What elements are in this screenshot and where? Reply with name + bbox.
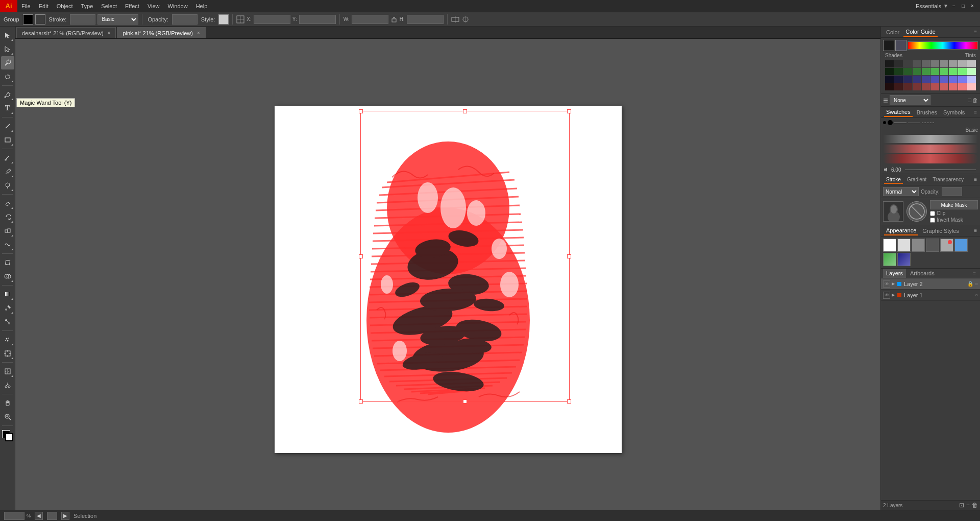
selection-tool[interactable] — [1, 29, 14, 42]
layer-1-visibility[interactable]: 👁 — [883, 292, 890, 299]
scissors-tool[interactable] — [1, 378, 14, 392]
menu-object[interactable]: Object — [53, 0, 77, 12]
menu-view[interactable]: View — [143, 0, 164, 12]
slice-tool[interactable] — [1, 365, 14, 378]
brush-stroke-3[interactable] — [883, 154, 978, 163]
symbol-sprayer-tool[interactable] — [1, 333, 14, 346]
stroke-swatch[interactable] — [5, 433, 13, 441]
gradient-tab[interactable]: Gradient — [905, 176, 928, 184]
color-cell[interactable] — [922, 76, 930, 83]
brush-stroke-1[interactable] — [883, 135, 978, 143]
color-cell[interactable] — [894, 68, 903, 75]
color-cell[interactable] — [913, 60, 921, 67]
color-cell[interactable] — [930, 60, 939, 67]
color-cell[interactable] — [903, 68, 912, 75]
symbols-tab[interactable]: Symbols — [941, 108, 967, 116]
delete-layer-icon[interactable]: 🗑 — [972, 502, 978, 509]
warp-tool[interactable] — [1, 238, 14, 251]
layers-tab[interactable]: Layers — [883, 269, 906, 278]
clip-checkbox[interactable] — [930, 211, 935, 216]
style-swatch-mid[interactable] — [940, 239, 953, 252]
menu-file[interactable]: File — [17, 0, 35, 12]
color-cell[interactable] — [894, 76, 903, 83]
color-cell[interactable] — [894, 83, 903, 90]
fg-color-chip[interactable] — [883, 40, 894, 51]
color-cell[interactable] — [922, 60, 930, 67]
color-tab[interactable]: Color — [884, 28, 901, 36]
layer-row-1[interactable]: 👁 ▶ Layer 1 ○ — [881, 290, 980, 301]
canvas-viewport[interactable] — [15, 39, 880, 510]
color-cell[interactable] — [940, 60, 948, 67]
style-swatch-light[interactable] — [897, 239, 911, 252]
eyedropper-tool[interactable] — [1, 301, 14, 315]
opacity-value[interactable]: 100% — [942, 187, 962, 196]
fill-color-swatch[interactable] — [23, 14, 33, 25]
line-tool[interactable] — [1, 120, 14, 133]
new-swatch-icon[interactable]: □ — [968, 97, 971, 103]
color-cell[interactable] — [949, 76, 958, 83]
layer-2-arrow[interactable]: ▶ — [892, 281, 895, 286]
mask-thumbnail[interactable] — [906, 201, 927, 222]
color-cell[interactable] — [913, 76, 921, 83]
layer-2-lock-icon[interactable]: 🔒 — [967, 281, 973, 287]
graphic-styles-tab[interactable]: Graphic Styles — [920, 227, 961, 235]
tab-close-2[interactable]: × — [197, 30, 200, 36]
page-number-input[interactable]: 1 — [47, 512, 57, 520]
direct-selection-tool[interactable] — [1, 42, 14, 56]
color-cell[interactable] — [885, 83, 894, 90]
artboard-tool[interactable] — [1, 347, 14, 360]
color-cell[interactable] — [894, 60, 903, 67]
layer-2-target[interactable]: ○ — [975, 281, 978, 287]
align-icon[interactable] — [451, 15, 459, 23]
color-cell[interactable] — [949, 83, 958, 90]
lasso-tool[interactable] — [1, 70, 14, 83]
transparency-tab[interactable]: Transparency — [930, 176, 966, 184]
lock-proportions-icon[interactable] — [390, 16, 398, 23]
zoom-input[interactable]: 21% — [4, 512, 24, 520]
blob-brush-tool[interactable] — [1, 179, 14, 192]
bg-color-chip[interactable] — [895, 40, 906, 51]
color-cell[interactable] — [913, 68, 921, 75]
color-cell[interactable] — [903, 76, 912, 83]
none-dropdown[interactable]: None — [890, 95, 930, 105]
brush-size-slider[interactable] — [905, 170, 976, 170]
maximize-button[interactable]: □ — [960, 3, 967, 10]
opacity-input[interactable]: 100% — [172, 14, 198, 25]
style-swatch-indigo[interactable] — [897, 253, 911, 266]
layer-row-2[interactable]: 👁 ▶ Layer 2 🔒 ○ — [881, 278, 980, 290]
menu-type[interactable]: Type — [77, 0, 97, 12]
zoom-tool[interactable] — [1, 410, 14, 423]
free-transform-tool[interactable] — [1, 256, 14, 269]
make-mask-button[interactable]: Make Mask — [930, 200, 978, 209]
brush-stroke-2[interactable] — [883, 145, 978, 153]
color-cell[interactable] — [949, 68, 958, 75]
style-swatch-white[interactable] — [883, 239, 896, 252]
brush-dot-sm[interactable] — [883, 121, 886, 124]
brushes-tab[interactable]: Brushes — [915, 108, 939, 116]
tab-close-1[interactable]: × — [108, 30, 111, 36]
style-swatch-gray[interactable] — [912, 239, 925, 252]
color-cell[interactable] — [903, 60, 912, 67]
color-cell[interactable] — [885, 60, 894, 67]
paintbrush-tool[interactable] — [1, 151, 14, 164]
color-cell[interactable] — [967, 60, 976, 67]
color-cell[interactable] — [940, 83, 948, 90]
stroke-style-dropdown[interactable]: Basic — [97, 14, 138, 25]
menu-effect[interactable]: Effect — [121, 0, 143, 12]
rectangle-tool[interactable] — [1, 133, 14, 147]
make-layer-clipping-mask-icon[interactable]: ⊡ — [959, 502, 964, 509]
magic-wand-tool[interactable] — [1, 56, 14, 69]
color-cell[interactable] — [930, 68, 939, 75]
color-cell[interactable] — [967, 76, 976, 83]
panel-options-icon[interactable] — [883, 98, 888, 103]
tab-pink[interactable]: pink.ai* 21% (RGB/Preview) × — [117, 27, 205, 38]
color-cell[interactable] — [949, 60, 958, 67]
blend-tool[interactable] — [1, 315, 14, 328]
panel-menu4-icon[interactable]: ≡ — [974, 228, 977, 233]
stroke-color-swatch[interactable] — [35, 14, 45, 25]
layers-menu-icon[interactable]: ≡ — [971, 269, 978, 278]
eraser-tool[interactable] — [1, 197, 14, 210]
hand-tool[interactable] — [1, 396, 14, 410]
panel-menu3-icon[interactable]: ≡ — [974, 177, 977, 182]
color-cell[interactable] — [958, 68, 967, 75]
